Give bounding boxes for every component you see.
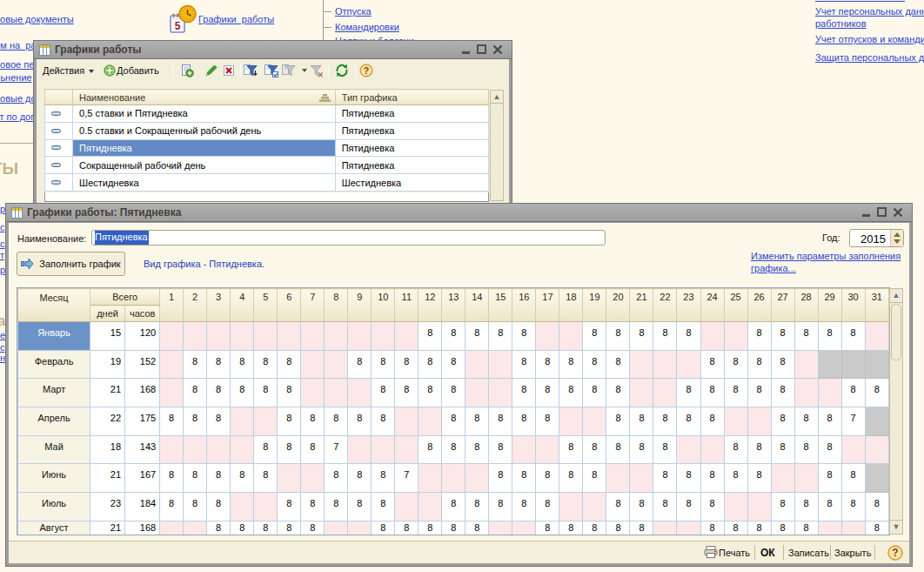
svg-text:5: 5	[175, 20, 181, 32]
svg-text:?: ?	[892, 547, 898, 559]
svg-text:?: ?	[364, 65, 369, 76]
